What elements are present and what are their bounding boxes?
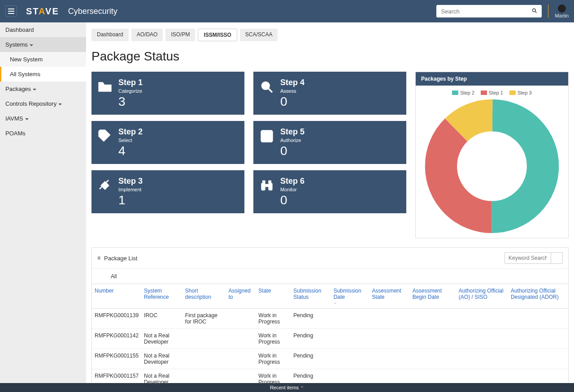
col-assess-begin[interactable]: Assessment Begin Date bbox=[410, 284, 456, 309]
cell-sysref: IROC bbox=[141, 309, 183, 329]
cell-shortdesc bbox=[183, 329, 226, 349]
sidebar-item-packages[interactable]: Packages bbox=[0, 82, 86, 96]
cell-number: RMFPKG0001139 bbox=[92, 309, 141, 329]
sidebar-item-systems[interactable]: Systems bbox=[0, 37, 86, 52]
svg-line-4 bbox=[269, 89, 272, 92]
col-ador[interactable]: Authorizing Official Designated (ADOR) bbox=[508, 284, 568, 309]
cell-substatus: Pending bbox=[291, 329, 330, 349]
sidebar-item-controls[interactable]: Controls Repository bbox=[0, 96, 86, 111]
cell-assess_state bbox=[370, 349, 410, 369]
cell-assess_begin bbox=[410, 309, 456, 329]
step-card-3[interactable]: Step 3Implement1 bbox=[91, 170, 244, 213]
footer-bar[interactable]: Recent items⌃ bbox=[0, 383, 574, 392]
cell-subdate bbox=[331, 309, 370, 329]
cell-assess_begin bbox=[410, 329, 456, 349]
step-card-2[interactable]: Step 2Select4 bbox=[91, 121, 244, 164]
list-menu-icon[interactable]: ≡ bbox=[97, 255, 100, 261]
tab-iso-pm[interactable]: ISO/PM bbox=[165, 29, 195, 41]
sidebar-item-poams[interactable]: POAMs bbox=[0, 126, 86, 141]
filter-all[interactable]: All bbox=[111, 273, 117, 280]
col-ao[interactable]: Authorizing Official (AO) / SISO bbox=[456, 284, 508, 309]
cell-subdate bbox=[331, 349, 370, 369]
col-assess-state[interactable]: Assessment State bbox=[370, 284, 410, 309]
sidebar-item-iavms[interactable]: IAVMS bbox=[0, 111, 86, 126]
cell-ador bbox=[508, 329, 568, 349]
hamburger-menu-icon[interactable] bbox=[5, 5, 17, 17]
cell-substatus: Pending bbox=[291, 309, 330, 329]
chart-legend: Step 2 Step 1 Step 3 bbox=[452, 90, 531, 95]
svg-rect-9 bbox=[263, 181, 265, 183]
cell-state: Work in Progress bbox=[256, 329, 291, 349]
col-subdate[interactable]: Submission Date⌄ bbox=[331, 284, 370, 309]
keyword-search-input[interactable] bbox=[504, 252, 551, 264]
app-header: STAVE Cybersecurity Martin bbox=[0, 0, 574, 22]
chevron-up-icon: ⌃ bbox=[300, 386, 304, 390]
app-name: Cybersecurity bbox=[68, 7, 117, 16]
sort-indicator-icon: ⌄ bbox=[334, 300, 367, 305]
tab-dashboard[interactable]: Dashboard bbox=[91, 29, 129, 41]
cell-assigned bbox=[226, 349, 256, 369]
cell-substatus: Pending bbox=[291, 349, 330, 369]
sidebar-item-dashboard[interactable]: Dashboard bbox=[0, 22, 86, 37]
cell-shortdesc bbox=[183, 349, 226, 369]
col-state[interactable]: State bbox=[256, 284, 291, 309]
legend-item-step1[interactable]: Step 1 bbox=[481, 90, 503, 95]
donut-chart bbox=[425, 99, 559, 233]
cell-assigned bbox=[226, 329, 256, 349]
page-title: Package Status bbox=[91, 49, 569, 64]
step-card-6[interactable]: Step 6Monitor0 bbox=[253, 170, 406, 213]
cell-number: RMFPKG0001142 bbox=[92, 329, 141, 349]
cell-ador bbox=[508, 309, 568, 329]
cell-ao bbox=[456, 329, 508, 349]
user-menu[interactable]: Martin bbox=[555, 4, 569, 18]
col-shortdesc[interactable]: Short description bbox=[183, 284, 226, 309]
svg-rect-7 bbox=[269, 183, 272, 190]
package-table: Number System Reference Short descriptio… bbox=[92, 284, 568, 392]
sidebar-item-new-system[interactable]: New System bbox=[0, 52, 86, 67]
tab-ao-dao[interactable]: AO/DAO bbox=[131, 29, 163, 41]
list-title: Package List bbox=[104, 255, 137, 262]
step-card-1[interactable]: Step 1Categorize3 bbox=[91, 72, 244, 115]
legend-item-step3[interactable]: Step 3 bbox=[509, 90, 532, 95]
plug-icon bbox=[98, 178, 112, 193]
svg-rect-8 bbox=[265, 184, 269, 186]
cell-number: RMFPKG0001155 bbox=[92, 349, 141, 369]
legend-item-step2[interactable]: Step 2 bbox=[452, 90, 474, 95]
cell-assess_state bbox=[370, 309, 410, 329]
sidebar-nav: Dashboard Systems New System All Systems… bbox=[0, 22, 86, 392]
col-sysref[interactable]: System Reference bbox=[141, 284, 183, 309]
cell-sysref: Not a Real Developer bbox=[141, 349, 183, 369]
svg-point-14 bbox=[555, 256, 557, 258]
search-icon[interactable] bbox=[532, 8, 537, 15]
cell-assess_state bbox=[370, 329, 410, 349]
col-assigned[interactable]: Assigned to bbox=[226, 284, 256, 309]
search-input[interactable] bbox=[441, 8, 532, 15]
tag-icon bbox=[98, 129, 112, 143]
avatar bbox=[558, 4, 566, 13]
cell-ador bbox=[508, 349, 568, 369]
table-row[interactable]: RMFPKG0001139IROCFirst package for IROCW… bbox=[92, 309, 568, 329]
col-substatus[interactable]: Submission Status bbox=[291, 284, 330, 309]
global-search[interactable] bbox=[436, 5, 542, 17]
tab-issm-isso[interactable]: ISSM/ISSO bbox=[198, 29, 237, 41]
col-number[interactable]: Number bbox=[92, 284, 141, 309]
cell-assigned bbox=[226, 309, 256, 329]
sidebar-item-all-systems[interactable]: All Systems bbox=[0, 67, 86, 82]
chart-panel: Packages by Step Step 2 Step 1 Step 3 bbox=[415, 72, 569, 238]
step-card-4[interactable]: Step 4Assess0 bbox=[253, 72, 406, 115]
step-card-5[interactable]: Step 5Authorize0 bbox=[253, 121, 406, 164]
keyword-search-button[interactable] bbox=[551, 252, 563, 264]
filter-icon[interactable] bbox=[99, 272, 105, 280]
tab-sca-scaa[interactable]: SCA/SCAA bbox=[240, 29, 278, 41]
tab-bar: Dashboard AO/DAO ISO/PM ISSM/ISSO SCA/SC… bbox=[91, 29, 569, 41]
table-row[interactable]: RMFPKG0001142Not a Real DeveloperWork in… bbox=[92, 329, 568, 349]
cell-ao bbox=[456, 349, 508, 369]
cell-assess_begin bbox=[410, 349, 456, 369]
table-row[interactable]: RMFPKG0001155Not a Real DeveloperWork in… bbox=[92, 349, 568, 369]
brand-logo: STAVE bbox=[26, 6, 59, 17]
svg-rect-10 bbox=[269, 181, 271, 183]
user-name-label: Martin bbox=[555, 13, 569, 18]
cell-state: Work in Progress bbox=[256, 309, 291, 329]
search-icon bbox=[260, 80, 274, 94]
svg-rect-6 bbox=[261, 183, 265, 190]
